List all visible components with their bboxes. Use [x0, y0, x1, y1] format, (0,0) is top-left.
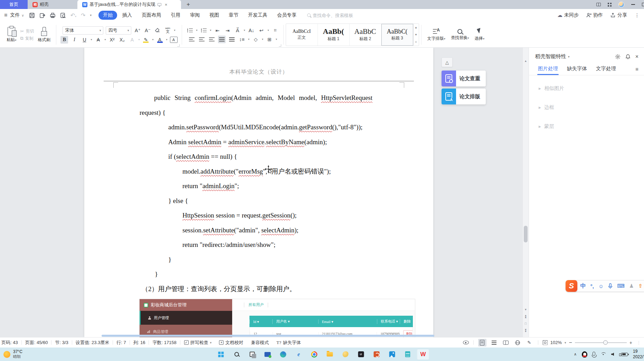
ribbon-tab-开始[interactable]: 开始 — [98, 11, 117, 20]
shrink-font-button[interactable]: A⁻ — [144, 27, 151, 34]
wifi-icon[interactable] — [600, 352, 606, 357]
taskbar-app-edge[interactable] — [277, 349, 290, 360]
decrease-indent-button[interactable]: ⇤ — [214, 27, 221, 34]
microphone-tray-icon[interactable] — [593, 352, 595, 356]
increase-indent-button[interactable]: ⇥ — [224, 27, 231, 34]
compat-mode-indicator[interactable]: 兼容模式 — [247, 340, 273, 346]
missing-font-button[interactable]: T? 缺失字体 — [273, 340, 305, 346]
paragraph-dialog-launcher[interactable] — [279, 44, 281, 47]
clear-format-button[interactable] — [154, 27, 161, 34]
status-item[interactable]: 页码: 43 — [0, 340, 21, 346]
gear-icon[interactable] — [615, 54, 621, 59]
punctuation-mode[interactable]: °, — [590, 283, 594, 289]
page-view-button[interactable] — [478, 339, 486, 346]
taskbar-app-wegame[interactable] — [339, 349, 352, 360]
format-painter-button[interactable]: 格式刷 — [36, 27, 52, 43]
panel-tab-图片处理[interactable]: 图片处理 — [538, 65, 558, 75]
ribbon-tab-审阅[interactable]: 审阅 — [186, 11, 204, 20]
shading-button[interactable]: ◇ — [252, 36, 259, 43]
ink-button[interactable]: ✎ — [525, 339, 533, 346]
close-panel-icon[interactable]: × — [635, 54, 638, 60]
bullet-list-button[interactable] — [186, 27, 194, 34]
read-mode-button[interactable] — [502, 339, 510, 346]
collapse-assistant-button[interactable]: △ — [442, 57, 453, 67]
customize-quickbar-icon[interactable]: ▾ — [90, 13, 92, 17]
input-mode-chinese[interactable]: 中 — [580, 283, 586, 290]
wrap-button[interactable]: ↩ — [258, 27, 265, 34]
voice-input-icon[interactable] — [608, 283, 613, 289]
collaborate-button[interactable]: 协作 — [586, 12, 603, 18]
style-item-标题 3[interactable]: AaBbC(标题 3 — [381, 24, 413, 46]
taskbar-app-wps[interactable]: W — [417, 349, 429, 360]
search-input[interactable] — [313, 13, 364, 18]
bold-button[interactable]: B — [60, 36, 68, 44]
share-button[interactable]: 分享 — [610, 12, 627, 18]
tab-home[interactable]: 首页 — [0, 0, 28, 9]
taskbar-clock[interactable]: 19 2022/7 — [633, 349, 644, 360]
export-icon[interactable] — [39, 12, 45, 18]
print-icon[interactable] — [50, 12, 56, 18]
font-color-button[interactable]: A — [156, 36, 164, 44]
hamburger-icon[interactable]: ≡ — [4, 12, 7, 18]
align-right-button[interactable] — [208, 36, 216, 43]
minimize-button[interactable] — [631, 4, 635, 5]
ribbon-tab-页面布局[interactable]: 页面布局 — [137, 11, 165, 20]
select-button[interactable]: 选择▾ — [473, 28, 486, 41]
next-page-icon[interactable]: ▼▼ — [524, 329, 527, 332]
user-avatar[interactable] — [618, 2, 624, 8]
subscript-button[interactable]: X₂ — [118, 36, 126, 44]
status-item[interactable]: 节: 3/3 — [51, 340, 72, 346]
highlight-color-button[interactable]: ✎ — [142, 36, 150, 44]
zoom-value[interactable]: 102% — [550, 340, 562, 345]
taskbar-app-notes[interactable] — [401, 349, 414, 360]
undo-icon[interactable]: ↶▾ — [70, 12, 76, 19]
zoom-slider[interactable] — [575, 342, 627, 343]
save-icon[interactable] — [29, 12, 35, 18]
apps-grid-icon[interactable] — [608, 3, 612, 7]
skin-person-icon[interactable]: ♟ — [629, 283, 634, 289]
taskbar-app-slides[interactable] — [370, 349, 383, 360]
keyboard-icon[interactable]: ⌨ — [617, 283, 625, 289]
phonetic-guide-button[interactable]: wén文 — [164, 27, 171, 34]
panel-section-相似图片[interactable]: ▶相似图片 — [539, 85, 644, 92]
panel-tab-缺失字体[interactable]: 缺失字体 — [567, 65, 587, 75]
styles-scroll-down-icon[interactable]: ▼ — [415, 33, 417, 36]
text-layout-button[interactable]: 文字排版▾ — [426, 28, 447, 41]
zoom-in-button[interactable]: + — [629, 340, 632, 345]
styles-scroll-up-icon[interactable]: ▲ — [415, 26, 417, 29]
taskbar-app-chrome[interactable] — [308, 349, 321, 360]
browse-object-icon[interactable]: □ — [525, 322, 527, 325]
ribbon-tab-插入[interactable]: 插入 — [118, 11, 136, 20]
paper-check-button[interactable]: 论文查重 — [442, 71, 486, 86]
font-dialog-launcher[interactable] — [177, 44, 180, 47]
ribbon-tab-章节[interactable]: 章节 — [224, 11, 243, 20]
embedded-screenshot[interactable]: 彩妆商城后台管理所有用户用户管理商品管理Id ▾用户名 ▾Email ▾联系电话… — [140, 299, 415, 337]
scroll-down-icon[interactable]: ▼ — [524, 308, 527, 311]
ribbon-tab-视图[interactable]: 视图 — [205, 11, 224, 20]
copy-button[interactable]: ⧉复制 — [20, 36, 34, 41]
vertical-scrollbar[interactable]: ▲ ▼ ▲▲ □ ▼▼ — [522, 48, 529, 337]
panel-section-边框[interactable]: ▶边框 — [539, 104, 644, 111]
paste-button[interactable]: 粘贴▾ — [5, 27, 18, 43]
ribbon-tab-会员专享[interactable]: 会员专享 — [273, 11, 301, 20]
text-effects-button[interactable]: A — [128, 36, 136, 44]
taskbar-app-search[interactable] — [230, 349, 243, 360]
ribbon-tab-引用[interactable]: 引用 — [166, 11, 185, 20]
strikethrough-button[interactable]: A — [94, 36, 102, 44]
bell-icon[interactable] — [625, 54, 631, 59]
sogou-logo-icon[interactable]: S — [566, 280, 577, 292]
battery-icon[interactable] — [621, 353, 628, 356]
file-menu-button[interactable]: 文件∨ — [10, 12, 24, 18]
style-item-标题 2[interactable]: AaBbC标题 2 — [350, 24, 381, 46]
zoom-slider-knob[interactable] — [603, 340, 608, 345]
taskbar-weather-widget[interactable]: 37°C 晴朗 — [3, 349, 22, 359]
italic-button[interactable]: I — [70, 36, 78, 44]
horizontal-scrollbar-thumb[interactable] — [102, 335, 434, 337]
spell-check-toggle[interactable]: ✓ 拼写检查 ▾ — [180, 340, 216, 346]
find-replace-button[interactable]: 查找替换▾ — [449, 29, 471, 41]
taskbar-app-explorer[interactable] — [324, 349, 336, 360]
style-item-标题 1[interactable]: AaBb(标题 1 — [318, 24, 350, 46]
taskbar-app-ie[interactable]: e — [293, 349, 305, 360]
restore-button[interactable] — [642, 3, 644, 6]
qq-tray-icon[interactable] — [582, 351, 587, 358]
